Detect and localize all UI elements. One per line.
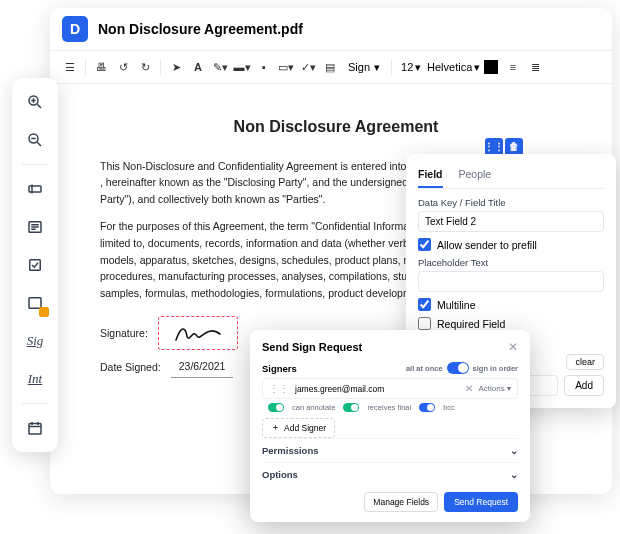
- modal-title: Send Sign Request: [262, 341, 362, 353]
- permissions-section[interactable]: Permissions⌄: [262, 438, 518, 462]
- all-at-once-label: all at once: [406, 364, 443, 373]
- text-field-tool-icon[interactable]: [19, 173, 51, 205]
- initials-tool-icon[interactable]: Int: [19, 363, 51, 395]
- paragraph-field-tool-icon[interactable]: [19, 211, 51, 243]
- sign-in-order-label: sign in order: [473, 364, 518, 373]
- panel-tabs: Field People: [418, 164, 604, 189]
- svg-line-5: [37, 142, 41, 146]
- svg-rect-7: [29, 186, 41, 192]
- date-label: Date Signed:: [100, 359, 161, 376]
- print-icon[interactable]: 🖶: [91, 57, 111, 77]
- signers-label: Signers: [262, 363, 297, 374]
- menu-icon[interactable]: ☰: [60, 57, 80, 77]
- pen-tool-dropdown[interactable]: ✎▾: [210, 57, 230, 77]
- lock-field-tool-icon[interactable]: [19, 287, 51, 319]
- signature-tool-icon[interactable]: Sig: [19, 325, 51, 357]
- checkbox-tool-icon[interactable]: [19, 249, 51, 281]
- titlebar: D Non Disclosure Agreement.pdf: [50, 8, 612, 51]
- add-button[interactable]: Add: [564, 375, 604, 396]
- svg-rect-15: [29, 424, 41, 435]
- lock-badge-icon: [39, 307, 49, 317]
- sign-dropdown[interactable]: Sign▾: [342, 59, 386, 76]
- date-tool-icon[interactable]: [19, 412, 51, 444]
- zoom-out-icon[interactable]: [19, 124, 51, 156]
- undo-icon[interactable]: ↺: [113, 57, 133, 77]
- options-section[interactable]: Options⌄: [262, 462, 518, 486]
- font-family-select[interactable]: Helvetica▾: [423, 61, 479, 74]
- signature-field[interactable]: [158, 316, 238, 350]
- check-tool-dropdown[interactable]: ✓▾: [298, 57, 318, 77]
- can-annotate-toggle[interactable]: [268, 403, 284, 412]
- receives-final-toggle[interactable]: [343, 403, 359, 412]
- drag-handle-icon[interactable]: ⋮⋮: [269, 383, 289, 394]
- signer-email: james.green@mail.com: [295, 384, 459, 394]
- chevron-down-icon: ⌄: [510, 445, 518, 456]
- svg-rect-13: [30, 260, 41, 271]
- bcc-toggle[interactable]: [419, 403, 435, 412]
- shape-tool-dropdown[interactable]: ▭▾: [276, 57, 296, 77]
- plus-icon: ＋: [271, 422, 280, 434]
- required-checkbox[interactable]: Required Field: [418, 317, 604, 330]
- multiline-checkbox[interactable]: Multiline: [418, 298, 604, 311]
- field-handle[interactable]: ⋮⋮ 🗑: [485, 138, 523, 156]
- tab-people[interactable]: People: [459, 164, 492, 188]
- doc-heading: Non Disclosure Agreement: [100, 114, 572, 140]
- signer-row: ⋮⋮ james.green@mail.com ✕ Actions ▾: [262, 378, 518, 399]
- svg-line-1: [37, 104, 41, 108]
- datakey-label: Data Key / Field Title: [418, 197, 604, 208]
- image-tool-icon[interactable]: ▤: [320, 57, 340, 77]
- chevron-down-icon: ⌄: [510, 469, 518, 480]
- align-left-icon[interactable]: ≡: [503, 57, 523, 77]
- cursor-icon[interactable]: ➤: [166, 57, 186, 77]
- date-value: 23/6/2021: [171, 358, 234, 378]
- document-title: Non Disclosure Agreement.pdf: [98, 21, 303, 37]
- remove-signer-icon[interactable]: ✕: [465, 383, 473, 394]
- placeholder-label: Placeholder Text: [418, 257, 604, 268]
- color-swatch[interactable]: [481, 57, 501, 77]
- toolbar: ☰ 🖶 ↺ ↻ ➤ A ✎▾ ▬▾ ▪ ▭▾ ✓▾ ▤ Sign▾ 12▾ He…: [50, 51, 612, 84]
- comment-icon[interactable]: ▪: [254, 57, 274, 77]
- align-center-icon[interactable]: ≣: [525, 57, 545, 77]
- placeholder-input[interactable]: [418, 271, 604, 292]
- text-tool-icon[interactable]: A: [188, 57, 208, 77]
- close-icon[interactable]: ✕: [508, 340, 518, 354]
- signature-label: Signature:: [100, 325, 148, 342]
- delete-icon[interactable]: 🗑: [505, 138, 523, 156]
- signer-actions-dropdown[interactable]: Actions ▾: [479, 384, 511, 393]
- send-request-button[interactable]: Send Request: [444, 492, 518, 512]
- manage-fields-button[interactable]: Manage Fields: [364, 492, 438, 512]
- tab-field[interactable]: Field: [418, 164, 443, 188]
- zoom-in-icon[interactable]: [19, 86, 51, 118]
- highlight-tool-dropdown[interactable]: ▬▾: [232, 57, 252, 77]
- sign-order-toggle[interactable]: [447, 362, 469, 374]
- app-logo-icon: D: [62, 16, 88, 42]
- add-signer-button[interactable]: ＋Add Signer: [262, 418, 335, 438]
- drag-icon[interactable]: ⋮⋮: [485, 138, 503, 156]
- signature-glyph-icon: [173, 322, 223, 344]
- signer-permissions-row: can annotate receives final bcc: [268, 403, 518, 412]
- datakey-input[interactable]: [418, 211, 604, 232]
- font-size-select[interactable]: 12▾: [397, 61, 421, 74]
- send-sign-request-modal: Send Sign Request ✕ Signers all at once …: [250, 330, 530, 522]
- clear-button[interactable]: clear: [566, 354, 604, 370]
- allow-prefill-checkbox[interactable]: Allow sender to prefill: [418, 238, 604, 251]
- redo-icon[interactable]: ↻: [135, 57, 155, 77]
- tool-sidebar: Sig Int: [12, 78, 58, 452]
